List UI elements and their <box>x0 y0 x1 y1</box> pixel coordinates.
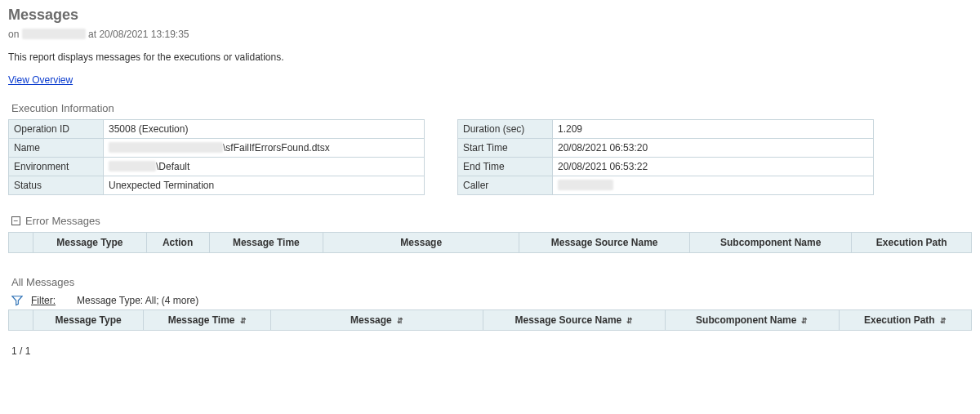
sort-icon[interactable]: ⇵ <box>801 318 808 325</box>
execution-info-right-table: Duration (sec) 1.209 Start Time 20/08/20… <box>457 119 874 195</box>
row-operation-id: Operation ID 35008 (Execution) <box>9 120 425 139</box>
label-operation-id: Operation ID <box>9 120 104 139</box>
report-description: This report displays messages for the ex… <box>8 51 972 63</box>
page-title: Messages <box>8 7 972 24</box>
meta-prefix: on <box>8 29 19 40</box>
col-action[interactable]: Action <box>146 233 209 253</box>
env-redacted <box>109 161 156 171</box>
filter-icon[interactable] <box>11 295 23 306</box>
col2-subcomponent-name[interactable]: Subcomponent Name⇵ <box>665 310 839 331</box>
col-message[interactable]: Message <box>323 233 519 253</box>
collapse-toggle-error-messages[interactable]: − <box>11 216 20 225</box>
label-start-time: Start Time <box>458 139 553 158</box>
sort-icon[interactable]: ⇵ <box>240 318 247 325</box>
col2-message-time[interactable]: Message Time⇵ <box>144 310 271 331</box>
error-messages-table: Message Type Action Message Time Message… <box>8 232 972 253</box>
view-overview-link[interactable]: View Overview <box>8 74 73 86</box>
col2-execution-path[interactable]: Execution Path⇵ <box>839 310 971 331</box>
col-subcomponent-name[interactable]: Subcomponent Name <box>690 233 852 253</box>
col-message-source-name[interactable]: Message Source Name <box>519 233 690 253</box>
row-name: Name \sfFailIfErrorsFound.dtsx <box>9 139 425 158</box>
row-end-time: End Time 20/08/2021 06:53:22 <box>458 158 874 176</box>
col-execution-path[interactable]: Execution Path <box>852 233 972 253</box>
row-start-time: Start Time 20/08/2021 06:53:20 <box>458 139 874 158</box>
col-expand <box>9 233 33 253</box>
row-environment: Environment \Default <box>9 158 425 176</box>
filter-link[interactable]: Filter: <box>31 295 56 306</box>
execution-info-left-table: Operation ID 35008 (Execution) Name \sfF… <box>8 119 425 195</box>
filter-summary: Message Type: All; (4 more) <box>77 295 198 306</box>
label-end-time: End Time <box>458 158 553 176</box>
col-message-time[interactable]: Message Time <box>209 233 323 253</box>
col2-message-source-name[interactable]: Message Source Name⇵ <box>483 310 665 331</box>
value-caller <box>553 176 874 195</box>
label-caller: Caller <box>458 176 553 195</box>
row-caller: Caller <box>458 176 874 195</box>
caller-redacted <box>558 180 613 190</box>
row-duration: Duration (sec) 1.209 <box>458 120 874 139</box>
value-name: \sfFailIfErrorsFound.dtsx <box>104 139 425 158</box>
sort-icon[interactable]: ⇵ <box>940 318 947 325</box>
label-environment: Environment <box>9 158 104 176</box>
value-status: Unexpected Termination <box>104 176 425 195</box>
value-end-time: 20/08/2021 06:53:22 <box>553 158 874 176</box>
all-messages-heading: All Messages <box>11 276 972 288</box>
col2-expand <box>9 310 33 331</box>
meta-redacted-server <box>22 29 86 39</box>
value-environment: \Default <box>104 158 425 176</box>
all-messages-table: Message Type Message Time⇵ Message⇵ Mess… <box>8 309 972 331</box>
pager: 1 / 1 <box>11 345 972 357</box>
report-metadata: on at 20/08/2021 13:19:35 <box>8 29 972 40</box>
meta-datetime: 20/08/2021 13:19:35 <box>99 29 189 40</box>
label-duration: Duration (sec) <box>458 120 553 139</box>
value-duration: 1.209 <box>553 120 874 139</box>
meta-at: at <box>88 29 96 40</box>
col2-message[interactable]: Message⇵ <box>270 310 483 331</box>
sort-icon[interactable]: ⇵ <box>626 318 633 325</box>
value-start-time: 20/08/2021 06:53:20 <box>553 139 874 158</box>
value-operation-id: 35008 (Execution) <box>104 120 425 139</box>
label-name: Name <box>9 139 104 158</box>
col2-message-type[interactable]: Message Type <box>33 310 144 331</box>
label-status: Status <box>9 176 104 195</box>
execution-info-heading: Execution Information <box>11 102 972 114</box>
sort-icon[interactable]: ⇵ <box>397 318 403 325</box>
row-status: Status Unexpected Termination <box>9 176 425 195</box>
error-messages-heading: Error Messages <box>25 215 100 227</box>
name-redacted <box>109 142 223 153</box>
col-message-type[interactable]: Message Type <box>33 233 147 253</box>
